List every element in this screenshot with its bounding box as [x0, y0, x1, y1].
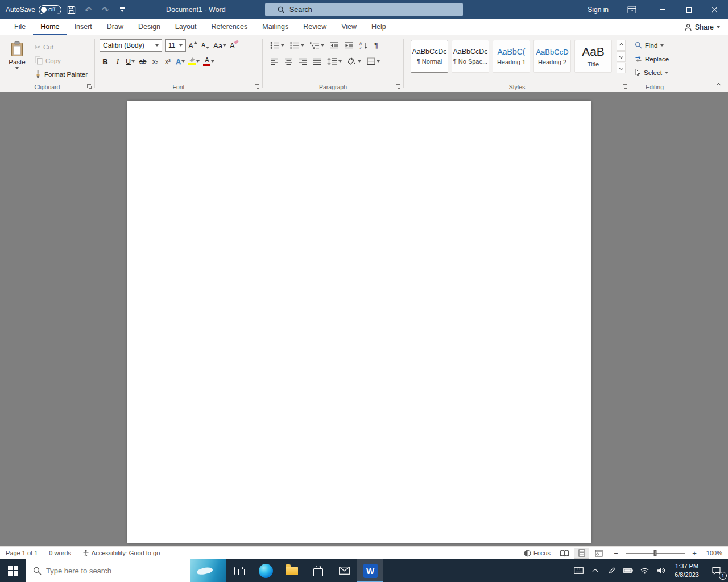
highlight-color-button[interactable] — [187, 55, 201, 68]
styles-more-button[interactable] — [617, 63, 626, 73]
task-view-button[interactable] — [226, 559, 253, 582]
collapse-ribbon-button[interactable] — [714, 81, 723, 88]
cut-button[interactable]: ✂ Cut — [33, 41, 89, 53]
zoom-in-button[interactable]: + — [691, 550, 698, 557]
customize-quick-access-toolbar-button[interactable] — [115, 2, 130, 17]
numbering-button[interactable] — [288, 39, 306, 52]
shading-button[interactable] — [346, 55, 363, 68]
bullets-button[interactable] — [268, 39, 286, 52]
read-mode-button[interactable] — [557, 548, 572, 559]
align-center-button[interactable] — [283, 55, 295, 68]
start-button[interactable] — [0, 559, 26, 582]
page-indicator[interactable]: Page 1 of 1 — [6, 550, 38, 556]
web-layout-button[interactable] — [591, 548, 606, 559]
styles-row-down-button[interactable] — [617, 51, 626, 62]
format-painter-button[interactable]: Format Painter — [33, 68, 89, 80]
strikethrough-button[interactable]: ab — [137, 55, 148, 68]
clear-formatting-button[interactable]: A — [229, 39, 241, 52]
text-effects-button[interactable]: A — [175, 55, 186, 68]
save-button[interactable] — [64, 2, 78, 17]
tab-review[interactable]: Review — [296, 19, 334, 35]
accessibility-status[interactable]: Accessibility: Good to go — [82, 550, 160, 556]
style-heading-2[interactable]: AaBbCcD Heading 2 — [533, 40, 571, 73]
minimize-button[interactable] — [650, 0, 676, 19]
tab-mailings[interactable]: Mailings — [255, 19, 296, 35]
touch-keyboard-button[interactable] — [570, 559, 587, 582]
taskbar-clock[interactable]: 1:37 PM 6/8/2023 — [669, 562, 704, 579]
borders-button[interactable] — [365, 55, 382, 68]
tab-home[interactable]: Home — [33, 19, 67, 35]
battery-tray-button[interactable] — [620, 559, 636, 582]
multilevel-list-button[interactable] — [308, 39, 326, 52]
tab-draw[interactable]: Draw — [100, 19, 131, 35]
decrease-indent-button[interactable] — [328, 39, 341, 52]
autosave-toggle[interactable]: Off — [39, 5, 61, 14]
tab-layout[interactable]: Layout — [168, 19, 204, 35]
word-count[interactable]: 0 words — [49, 550, 71, 556]
font-color-button[interactable]: A — [202, 55, 216, 68]
line-spacing-button[interactable] — [325, 55, 344, 68]
shrink-font-button[interactable]: A — [200, 39, 211, 52]
superscript-button[interactable]: x² — [162, 55, 173, 68]
style-no-spacing[interactable]: AaBbCcDc ¶ No Spac... — [452, 40, 489, 73]
justify-button[interactable] — [311, 55, 323, 68]
taskbar-search-input[interactable] — [46, 567, 185, 575]
bold-button[interactable]: B — [100, 55, 111, 68]
redo-button[interactable]: ↷ — [98, 2, 113, 17]
show-hide-formatting-button[interactable]: ¶ — [373, 39, 380, 52]
close-button[interactable] — [702, 0, 728, 19]
document-page[interactable] — [127, 101, 591, 543]
italic-button[interactable]: I — [112, 55, 123, 68]
select-button[interactable]: Select — [635, 67, 679, 78]
tab-references[interactable]: References — [204, 19, 255, 35]
sort-button[interactable]: AZ — [358, 39, 370, 52]
font-name-combo[interactable]: Calibri (Body) — [100, 39, 162, 52]
clipboard-dialog-launcher[interactable] — [86, 83, 93, 90]
underline-button[interactable]: U — [125, 55, 136, 68]
style-title[interactable]: AaB Title — [574, 40, 612, 73]
styles-dialog-launcher[interactable] — [622, 83, 628, 90]
search-highlights-icon[interactable] — [190, 559, 226, 582]
zoom-slider-thumb[interactable] — [654, 550, 657, 556]
taskbar-store-button[interactable] — [305, 559, 331, 582]
grow-font-button[interactable]: A — [187, 39, 198, 52]
styles-row-up-button[interactable] — [617, 40, 626, 51]
taskbar-word-button[interactable]: W — [357, 559, 383, 582]
tab-file[interactable]: File — [7, 19, 33, 35]
ribbon-display-options-button[interactable] — [623, 2, 640, 17]
tab-help[interactable]: Help — [364, 19, 394, 35]
undo-button[interactable]: ↶ — [81, 2, 96, 17]
zoom-level[interactable]: 100% — [704, 550, 722, 556]
tab-design[interactable]: Design — [131, 19, 168, 35]
sign-in-button[interactable]: Sign in — [588, 6, 609, 14]
action-center-button[interactable]: 1 — [704, 559, 728, 582]
zoom-slider[interactable] — [626, 549, 685, 557]
taskbar-search-box[interactable] — [26, 559, 226, 582]
autosave-control[interactable]: AutoSave Off — [6, 5, 61, 14]
print-layout-button[interactable] — [574, 548, 589, 559]
find-button[interactable]: Find — [635, 40, 679, 51]
taskbar-edge-button[interactable] — [253, 559, 279, 582]
change-case-button[interactable]: Aa — [212, 39, 228, 52]
subscript-button[interactable]: x₂ — [150, 55, 161, 68]
align-right-button[interactable] — [297, 55, 309, 68]
tab-view[interactable]: View — [334, 19, 364, 35]
network-tray-button[interactable] — [636, 559, 653, 582]
hidden-icons-button[interactable] — [587, 559, 603, 582]
focus-button[interactable]: Focus — [524, 550, 551, 557]
paste-button[interactable]: Paste — [4, 39, 30, 81]
style-normal[interactable]: AaBbCcDc ¶ Normal — [411, 40, 448, 73]
taskbar-file-explorer-button[interactable] — [279, 559, 305, 582]
titlebar-search-box[interactable]: Search — [265, 3, 463, 16]
style-heading-1[interactable]: AaBbC( Heading 1 — [493, 40, 530, 73]
maximize-button[interactable] — [676, 0, 702, 19]
font-dialog-launcher[interactable] — [254, 83, 260, 90]
zoom-out-button[interactable]: − — [613, 550, 619, 557]
copy-button[interactable]: Copy — [33, 55, 89, 66]
increase-indent-button[interactable] — [343, 39, 355, 52]
tab-insert[interactable]: Insert — [67, 19, 100, 35]
taskbar-mail-button[interactable] — [331, 559, 357, 582]
paragraph-dialog-launcher[interactable] — [395, 83, 402, 90]
replace-button[interactable]: Replace — [635, 53, 679, 64]
font-size-combo[interactable]: 11 — [165, 39, 186, 52]
